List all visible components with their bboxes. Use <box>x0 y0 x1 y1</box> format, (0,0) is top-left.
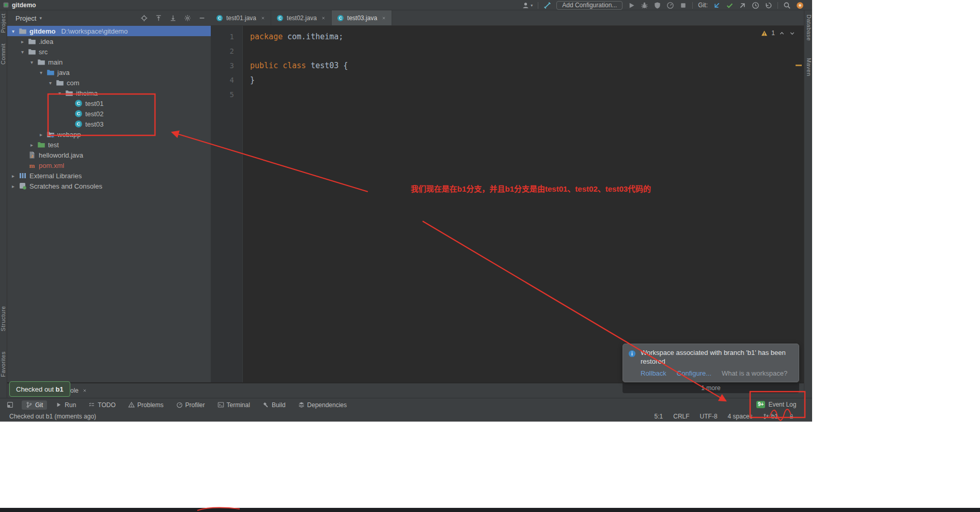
add-configuration-button[interactable]: Add Configuration... <box>556 1 623 10</box>
rollback-link[interactable]: Rollback <box>641 369 666 377</box>
tool-window-button-terminal[interactable]: Terminal <box>213 400 254 410</box>
tool-window-button-problems[interactable]: Problems <box>124 400 168 410</box>
line-number[interactable]: 2 <box>211 44 242 58</box>
tree-item-test01[interactable]: Ctest01 <box>7 98 211 108</box>
configure-link[interactable]: Configure... <box>677 369 711 377</box>
status-4-spaces[interactable]: 4 spaces <box>728 413 753 420</box>
what-is-workspace-link[interactable]: What is a workspace? <box>722 369 787 377</box>
chevron-right-icon[interactable]: ▸ <box>29 142 35 148</box>
chevron-down-icon[interactable]: ▾ <box>38 70 44 75</box>
tree-item-webapp[interactable]: ▸webapp <box>7 129 211 139</box>
git-branch-widget[interactable]: b1 <box>763 413 778 420</box>
tree-item-test02[interactable]: Ctest02 <box>7 108 211 119</box>
tool-strip-item-favorites[interactable]: Favorites <box>0 351 7 377</box>
tree-item-label: itheima <box>76 89 98 97</box>
git-push-button[interactable] <box>739 2 746 9</box>
close-tab-icon[interactable] <box>260 15 266 21</box>
ide-window: gitdemo ▾Add Configuration...Git: Projec… <box>0 0 812 422</box>
line-number[interactable]: 3 <box>211 58 242 73</box>
tool-window-button-dependencies[interactable]: Dependencies <box>294 400 351 410</box>
code-area[interactable]: package com.itheima;public class test03 … <box>243 26 792 102</box>
git-update-icon <box>713 2 721 9</box>
collapse-all-button[interactable] <box>169 14 177 22</box>
tree-item-idea[interactable]: ▸.idea <box>7 36 211 46</box>
tree-item-com[interactable]: ▾com <box>7 77 211 88</box>
next-warning-icon[interactable] <box>789 30 796 37</box>
editor-inspection-widget[interactable]: 1 <box>761 29 796 37</box>
tool-window-button-profiler[interactable]: Profiler <box>172 400 209 410</box>
tree-item-external-libraries[interactable]: ▸External Libraries <box>7 170 211 181</box>
chevron-right-icon[interactable]: ▸ <box>10 173 16 179</box>
status-5-1[interactable]: 5:1 <box>655 413 663 420</box>
chevron-down-icon[interactable]: ▾ <box>29 59 35 65</box>
tree-item-test03[interactable]: Ctest03 <box>7 119 211 129</box>
tree-item-itheima[interactable]: ▾itheima <box>7 88 211 98</box>
event-log-widget[interactable]: 9+ Event Log <box>756 399 796 410</box>
git-commit-button[interactable] <box>726 2 734 9</box>
console-tab[interactable]: ole <box>70 383 87 398</box>
tree-item-helloworld-java[interactable]: Jhelloworld.java <box>7 150 211 160</box>
history-button[interactable] <box>752 2 759 9</box>
tool-strip-item-project[interactable]: Project <box>0 13 7 33</box>
tree-item-test[interactable]: ▸test <box>7 139 211 150</box>
tree-item-scratches-and-consoles[interactable]: ▸Scratches and Consoles <box>7 181 211 191</box>
search-button[interactable] <box>783 2 791 9</box>
chevron-down-icon[interactable]: ▾ <box>20 49 25 55</box>
tree-item-pom-xml[interactable]: mpom.xml <box>7 160 211 170</box>
close-icon[interactable] <box>82 388 87 393</box>
gear-button[interactable] <box>184 14 191 22</box>
git-update-button[interactable] <box>713 2 721 9</box>
tool-window-button-run[interactable]: Run <box>51 400 80 410</box>
tool-window-button-git[interactable]: Git <box>22 400 47 410</box>
tool-strip-item-database[interactable]: Database <box>804 14 812 41</box>
tool-window-switcher-button[interactable] <box>3 400 18 409</box>
run-button[interactable] <box>628 2 635 9</box>
coverage-button[interactable] <box>654 2 661 9</box>
chevron-right-icon[interactable]: ▸ <box>10 183 16 189</box>
locate-button[interactable] <box>141 14 148 22</box>
tool-window-button-todo[interactable]: TODO <box>84 400 119 410</box>
hide-button[interactable] <box>198 14 206 22</box>
expand-all-button[interactable] <box>155 14 162 22</box>
tree-item-java[interactable]: ▾java <box>7 67 211 77</box>
chevron-down-icon[interactable]: ▾ <box>48 80 53 86</box>
user-button[interactable]: ▾ <box>522 2 533 9</box>
read-only-lock-button[interactable] <box>788 413 795 420</box>
title-bar: gitdemo ▾Add Configuration...Git: <box>0 0 812 10</box>
chevron-down-icon[interactable]: ▾ <box>39 15 42 21</box>
warning-stripe-mark[interactable] <box>796 65 802 66</box>
tab-test03-java[interactable]: Ctest03.java <box>332 10 392 25</box>
tool-strip-item-structure[interactable]: Structure <box>0 306 7 331</box>
tree-item-gitdemo[interactable]: ▾gitdemoD:\workspace\gitdemo <box>7 26 211 36</box>
project-panel-title[interactable]: Project <box>15 14 36 22</box>
line-number[interactable]: 1 <box>211 29 242 44</box>
chevron-down-icon[interactable]: ▾ <box>10 28 16 34</box>
notification-more[interactable]: 1 more <box>623 383 799 393</box>
profiler-disabled-button[interactable] <box>666 2 674 9</box>
status-crlf[interactable]: CRLF <box>673 413 689 420</box>
close-tab-icon[interactable] <box>381 15 386 21</box>
tool-strip-item-maven[interactable]: Maven <box>804 58 812 76</box>
tree-item-label: main <box>48 58 63 66</box>
chevron-right-icon[interactable]: ▸ <box>38 132 44 137</box>
debug-button[interactable] <box>641 2 648 9</box>
stop-button[interactable] <box>679 2 687 9</box>
tool-window-button-build[interactable]: Build <box>258 400 290 410</box>
close-tab-icon[interactable] <box>321 15 326 21</box>
rollback-button[interactable] <box>765 2 772 9</box>
tab-test02-java[interactable]: Ctest02.java <box>271 10 332 25</box>
line-number[interactable]: 4 <box>211 73 242 87</box>
dependencies-icon <box>298 401 305 408</box>
tree-item-src[interactable]: ▾src <box>7 46 211 57</box>
chevron-down-icon[interactable]: ▾ <box>57 90 63 96</box>
tool-strip-item-commit[interactable]: Commit <box>0 43 7 65</box>
updates-button[interactable] <box>796 2 804 9</box>
chevron-right-icon[interactable]: ▸ <box>20 39 25 44</box>
wrench-button[interactable] <box>543 2 551 9</box>
line-number[interactable]: 5 <box>211 87 242 102</box>
prev-warning-icon[interactable] <box>779 30 785 37</box>
tree-item-main[interactable]: ▾main <box>7 57 211 67</box>
tab-test01-java[interactable]: Ctest01.java <box>211 10 271 25</box>
status-utf-8[interactable]: UTF-8 <box>700 413 718 420</box>
editor-gutter[interactable]: 12345 <box>211 26 243 382</box>
